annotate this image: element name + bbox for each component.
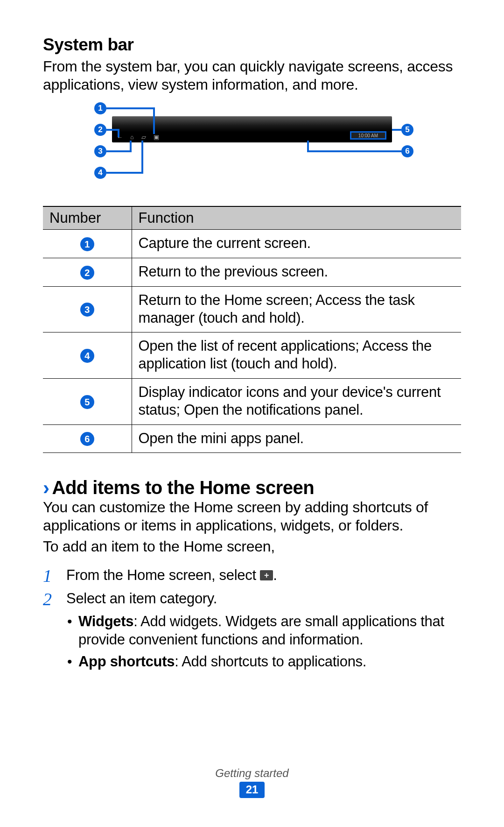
heading-system-bar: System bar — [43, 35, 461, 55]
callout-6: 6 — [401, 145, 413, 157]
th-number: Number — [43, 206, 132, 230]
step-2-text: Select an item category. — [66, 590, 217, 607]
bullet-widgets: Widgets: Add widgets. Widgets are small … — [66, 613, 461, 649]
row-function: Open the list of recent applications; Ac… — [132, 332, 461, 379]
row-function: Return to the previous screen. — [132, 258, 461, 286]
function-table: Number Function 1 Capture the current sc… — [43, 206, 461, 453]
system-bar-intro: From the system bar, you can quickly nav… — [43, 57, 461, 94]
bullet-appshortcuts-label: App shortcuts — [78, 653, 175, 670]
callout-5: 5 — [401, 124, 413, 136]
step-1-text-post: . — [273, 567, 277, 583]
table-row: 5 Display indicator icons and your devic… — [43, 378, 461, 424]
table-row: 4 Open the list of recent applications; … — [43, 332, 461, 379]
step-1: 1 From the Home screen, select +. — [43, 566, 461, 585]
bullet-app-shortcuts: App shortcuts: Add shortcuts to applicat… — [66, 653, 461, 671]
chevron-right-icon: › — [43, 478, 49, 498]
step-number-2: 2 — [43, 589, 66, 608]
row-function: Capture the current screen. — [132, 230, 461, 258]
row-number-icon: 5 — [80, 395, 94, 409]
step-1-text-pre: From the Home screen, select — [66, 567, 260, 583]
row-function: Open the mini apps panel. — [132, 424, 461, 453]
row-function: Display indicator icons and your device'… — [132, 378, 461, 424]
table-row: 6 Open the mini apps panel. — [43, 424, 461, 453]
callout-3: 3 — [94, 145, 106, 157]
table-row: 3 Return to the Home screen; Access the … — [43, 286, 461, 332]
plus-icon: + — [260, 570, 273, 580]
add-items-intro: You can customize the Home screen by add… — [43, 498, 461, 535]
table-row: 1 Capture the current screen. — [43, 230, 461, 258]
row-function: Return to the Home screen; Access the ta… — [132, 286, 461, 332]
system-bar-diagram: ← ⌂ ▱ ▣ 10:00 AM 1 2 3 4 5 6 — [75, 102, 429, 200]
callout-2: 2 — [94, 124, 106, 136]
page-number-badge: 21 — [239, 782, 265, 798]
callout-4: 4 — [94, 167, 106, 179]
heading-add-items: › Add items to the Home screen — [43, 477, 461, 498]
row-number-icon: 4 — [80, 349, 94, 363]
bullet-appshortcuts-text: : Add shortcuts to applications. — [175, 653, 366, 670]
heading-add-items-text: Add items to the Home screen — [52, 477, 315, 498]
diagram-lines — [75, 102, 429, 200]
row-number-icon: 2 — [80, 266, 94, 280]
row-number-icon: 3 — [80, 303, 94, 317]
bullet-widgets-text: : Add widgets. Widgets are small applica… — [78, 613, 444, 648]
table-row: 2 Return to the previous screen. — [43, 258, 461, 286]
step-2: 2 Select an item category. Widgets: Add … — [43, 589, 461, 674]
th-function: Function — [132, 206, 461, 230]
add-items-lead: To add an item to the Home screen, — [43, 537, 461, 556]
row-number-icon: 1 — [80, 237, 94, 251]
callout-1: 1 — [94, 102, 106, 114]
step-number-1: 1 — [43, 566, 66, 585]
bullet-widgets-label: Widgets — [78, 613, 133, 629]
row-number-icon: 6 — [80, 432, 94, 446]
footer-chapter: Getting started — [0, 767, 504, 780]
